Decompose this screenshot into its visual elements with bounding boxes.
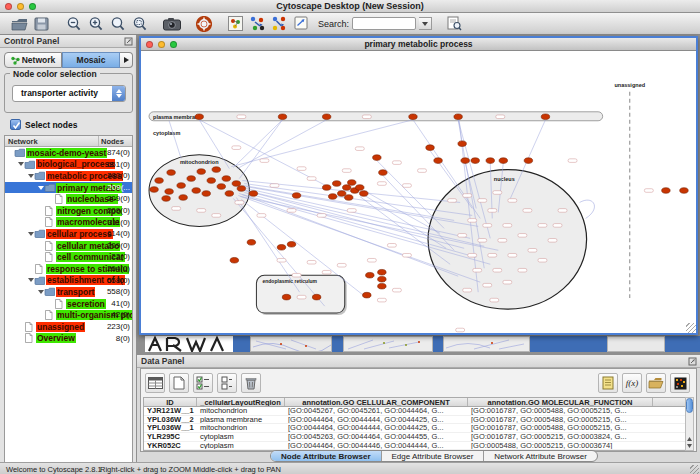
table-row[interactable]: YLR295Ccytoplasm[GO:0045263, GO:0044464,… — [144, 433, 685, 442]
network-node[interactable] — [197, 169, 205, 175]
float-panel-icon[interactable] — [124, 37, 133, 50]
scroll-up-icon[interactable] — [686, 435, 693, 442]
search-dropdown-icon[interactable] — [419, 17, 432, 30]
zoom-out-icon[interactable] — [64, 15, 83, 33]
minimize-button[interactable] — [17, 3, 24, 10]
delete-attribute-icon[interactable] — [241, 373, 261, 393]
annotation-icon[interactable] — [292, 15, 311, 33]
network-node[interactable] — [287, 242, 295, 248]
help-icon[interactable] — [194, 15, 213, 33]
tab-network-attribute-browser[interactable]: Network Attribute Browser — [484, 451, 596, 461]
background-window-fragment[interactable] — [343, 336, 433, 352]
expander-icon[interactable] — [17, 162, 24, 166]
column-header[interactable]: _cellularLayoutRegion — [197, 398, 285, 406]
network-node[interactable] — [524, 158, 532, 164]
background-window-fragment[interactable] — [607, 336, 665, 352]
expander-icon[interactable] — [37, 290, 44, 294]
snapshot-icon[interactable] — [162, 15, 181, 33]
network-node[interactable] — [179, 195, 187, 201]
tree-row[interactable]: macromolecule311(0) — [5, 217, 132, 229]
tree-row[interactable]: cellular metabo209(0) — [5, 240, 132, 252]
network-node[interactable] — [332, 181, 340, 187]
network-node[interactable] — [232, 181, 240, 187]
network-node[interactable] — [177, 183, 185, 189]
close-button[interactable] — [5, 3, 12, 10]
network-node[interactable] — [322, 114, 330, 120]
tree-row[interactable]: establishment of lo558(0) — [5, 275, 132, 287]
network-node[interactable] — [155, 178, 163, 184]
network-node[interactable] — [409, 114, 417, 120]
tree-row[interactable]: cellular process614(0) — [5, 228, 132, 240]
network-node[interactable] — [328, 194, 336, 200]
network-node[interactable] — [338, 191, 346, 197]
network-node[interactable] — [312, 294, 320, 300]
network-node[interactable] — [363, 292, 371, 298]
network-node[interactable] — [471, 158, 479, 164]
select-nodes-checkbox[interactable] — [10, 119, 21, 130]
network-node[interactable] — [192, 188, 200, 194]
tab-node-attribute-browser[interactable]: Node Attribute Browser — [271, 451, 382, 461]
background-window-edge[interactable] — [530, 336, 607, 352]
network-node[interactable] — [662, 188, 670, 194]
layout-a-icon[interactable] — [248, 15, 267, 33]
zoom-button[interactable] — [29, 3, 36, 10]
network-node[interactable] — [237, 186, 245, 192]
matrix-icon[interactable] — [670, 373, 690, 393]
zoom-fit-icon[interactable] — [108, 15, 127, 33]
network-node[interactable] — [195, 114, 203, 120]
network-node[interactable] — [461, 158, 469, 164]
network-canvas[interactable]: plasma membrane cytoplasm mitochondrion … — [141, 51, 696, 333]
tree-row[interactable]: secretion41(0) — [5, 298, 132, 310]
network-node[interactable] — [360, 191, 368, 197]
import-attributes-icon[interactable] — [646, 373, 666, 393]
network-node[interactable] — [292, 193, 300, 199]
combobox-stepper-icon[interactable] — [112, 86, 125, 101]
network-node[interactable] — [454, 114, 462, 120]
network-node[interactable] — [277, 245, 285, 251]
attribute-table-icon[interactable] — [145, 373, 165, 393]
window-close-button[interactable] — [146, 41, 153, 48]
advanced-search-icon[interactable] — [445, 15, 464, 33]
network-node[interactable] — [150, 187, 158, 193]
background-window-fragment[interactable] — [250, 336, 332, 352]
notepad-icon[interactable] — [598, 373, 618, 393]
app-resize-grip[interactable] — [690, 465, 699, 474]
tree-col-network[interactable]: Network — [5, 136, 99, 146]
save-session-icon[interactable] — [32, 15, 51, 33]
node-color-combobox[interactable]: transporter activity — [12, 85, 126, 102]
network-node[interactable] — [212, 167, 220, 173]
tree-row[interactable]: transport558(0) — [5, 286, 132, 298]
background-window-fragment[interactable] — [443, 336, 530, 352]
scrollbar-thumb[interactable] — [686, 398, 693, 413]
network-node[interactable] — [541, 114, 549, 120]
tab-mosaic[interactable]: Mosaic — [62, 52, 120, 68]
network-node[interactable] — [225, 191, 233, 197]
tree-row[interactable]: unassigned223(0) — [5, 321, 132, 333]
zoom-selected-region-icon[interactable] — [130, 15, 149, 33]
tree-row[interactable]: mosaic-demo-yeast874(0) — [5, 147, 132, 159]
tab-overflow-arrow-icon[interactable] — [120, 52, 133, 68]
column-header[interactable]: annotation.GO MOLECULAR_FUNCTION — [468, 398, 653, 406]
network-node[interactable] — [343, 185, 351, 191]
tree-row[interactable]: nitrogen compo209(0) — [5, 205, 132, 217]
network-node[interactable] — [249, 191, 257, 197]
background-window-edge[interactable] — [433, 336, 443, 352]
formula-icon[interactable]: f(x) — [622, 373, 642, 393]
network-node[interactable] — [165, 189, 173, 195]
tree-row[interactable]: biological_process651(0) — [5, 159, 132, 171]
network-node[interactable] — [426, 145, 434, 151]
window-resize-grip[interactable] — [686, 323, 696, 333]
network-node[interactable] — [345, 195, 353, 201]
network-node[interactable] — [373, 155, 381, 161]
open-file-icon[interactable] — [10, 15, 29, 33]
network-node[interactable] — [378, 276, 386, 282]
network-node[interactable] — [379, 170, 387, 176]
table-row[interactable]: YPL036W__2plasma membrane[GO:0044464, GO… — [144, 416, 685, 425]
search-input[interactable] — [352, 17, 416, 30]
network-node[interactable] — [434, 158, 442, 164]
network-node[interactable] — [680, 188, 688, 194]
network-window-titlebar[interactable]: primary metabolic process — [141, 38, 696, 51]
column-header[interactable]: ID — [144, 398, 197, 406]
tree-row[interactable]: multi-organism pro42(0) — [5, 309, 132, 321]
network-node[interactable] — [366, 272, 374, 278]
